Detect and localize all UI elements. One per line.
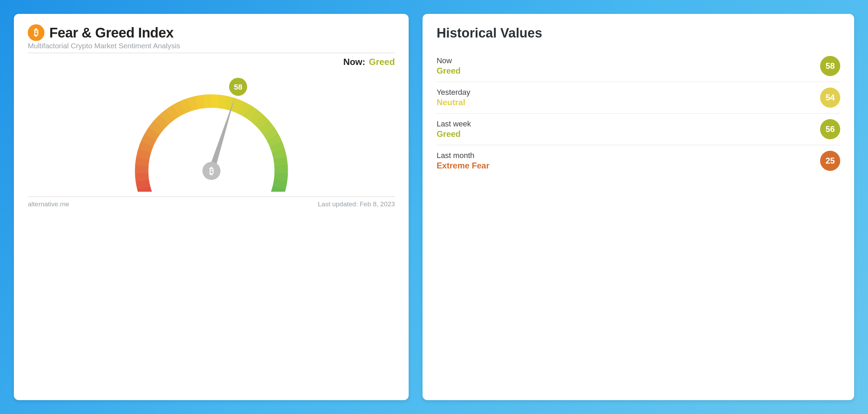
svg-text:₿: ₿: [34, 27, 39, 38]
card-header: ₿ Fear & Greed Index Multifactorial Cryp…: [28, 24, 395, 53]
historical-period: Last week: [436, 119, 471, 129]
gauge: ₿58: [28, 63, 395, 192]
historical-item-text: Last weekGreed: [436, 119, 471, 139]
historical-classification: Neutral: [436, 98, 470, 107]
historical-period: Last month: [436, 151, 489, 160]
bitcoin-icon: ₿: [28, 24, 44, 41]
svg-text:₿: ₿: [209, 166, 214, 176]
historical-title: Historical Values: [436, 26, 840, 41]
historical-classification: Greed: [436, 129, 471, 139]
now-prefix: Now:: [343, 57, 366, 67]
historical-item-text: NowGreed: [436, 56, 460, 76]
historical-value-badge: 58: [820, 56, 840, 76]
fear-greed-card: ₿ Fear & Greed Index Multifactorial Cryp…: [14, 14, 409, 400]
historical-item-text: Last monthExtreme Fear: [436, 151, 489, 171]
historical-period: Yesterday: [436, 88, 470, 97]
historical-value-badge: 54: [820, 88, 840, 108]
historical-list: NowGreed58YesterdayNeutral54Last weekGre…: [436, 50, 840, 176]
now-classification: Greed: [369, 57, 395, 67]
historical-value-badge: 56: [820, 119, 840, 139]
historical-period: Now: [436, 56, 460, 65]
historical-item: NowGreed58: [436, 50, 840, 82]
historical-classification: Greed: [436, 66, 460, 76]
title-row: ₿ Fear & Greed Index: [28, 24, 395, 41]
historical-item: YesterdayNeutral54: [436, 82, 840, 114]
historical-item: Last monthExtreme Fear25: [436, 145, 840, 176]
historical-item: Last weekGreed56: [436, 114, 840, 145]
historical-value-badge: 25: [820, 151, 840, 171]
source-label: alternative.me: [28, 200, 69, 208]
card-title: Fear & Greed Index: [49, 25, 174, 41]
historical-classification: Extreme Fear: [436, 161, 489, 171]
historical-item-text: YesterdayNeutral: [436, 88, 470, 107]
gauge-chart: ₿58: [114, 63, 309, 192]
card-subtitle: Multifactorial Crypto Market Sentiment A…: [28, 42, 395, 50]
card-footer: alternative.me Last updated: Feb 8, 2023: [28, 197, 395, 208]
historical-card: Historical Values NowGreed58YesterdayNeu…: [423, 14, 854, 400]
updated-label: Last updated: Feb 8, 2023: [318, 200, 395, 208]
svg-text:58: 58: [234, 83, 242, 91]
